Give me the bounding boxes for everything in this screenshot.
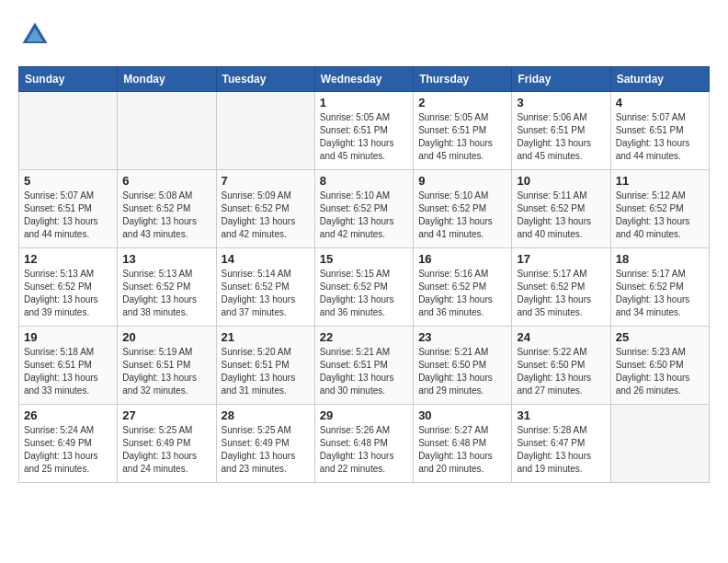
day-header-thursday: Thursday bbox=[414, 67, 512, 92]
cell-info: Sunrise: 5:18 AM Sunset: 6:51 PM Dayligh… bbox=[24, 346, 112, 397]
cell-info: Sunrise: 5:22 AM Sunset: 6:50 PM Dayligh… bbox=[517, 346, 605, 397]
calendar-cell: 24Sunrise: 5:22 AM Sunset: 6:50 PM Dayli… bbox=[512, 327, 610, 405]
day-number: 9 bbox=[418, 174, 506, 188]
cell-info: Sunrise: 5:07 AM Sunset: 6:51 PM Dayligh… bbox=[616, 111, 704, 163]
cell-info: Sunrise: 5:25 AM Sunset: 6:49 PM Dayligh… bbox=[122, 424, 210, 476]
day-number: 15 bbox=[320, 252, 408, 266]
cell-info: Sunrise: 5:28 AM Sunset: 6:47 PM Dayligh… bbox=[517, 424, 605, 476]
calendar-cell: 4Sunrise: 5:07 AM Sunset: 6:51 PM Daylig… bbox=[610, 92, 709, 170]
cell-info: Sunrise: 5:15 AM Sunset: 6:52 PM Dayligh… bbox=[320, 268, 408, 319]
day-number: 17 bbox=[517, 252, 605, 266]
calendar-cell: 9Sunrise: 5:10 AM Sunset: 6:52 PM Daylig… bbox=[414, 170, 512, 248]
day-number: 1 bbox=[320, 96, 408, 109]
day-number: 14 bbox=[222, 252, 310, 266]
calendar-cell: 5Sunrise: 5:07 AM Sunset: 6:51 PM Daylig… bbox=[19, 170, 118, 248]
calendar-cell: 1Sunrise: 5:05 AM Sunset: 6:51 PM Daylig… bbox=[314, 92, 413, 170]
cell-info: Sunrise: 5:26 AM Sunset: 6:48 PM Dayligh… bbox=[320, 424, 408, 476]
day-header-wednesday: Wednesday bbox=[314, 67, 413, 92]
cell-info: Sunrise: 5:23 AM Sunset: 6:50 PM Dayligh… bbox=[616, 346, 704, 397]
day-number: 19 bbox=[24, 330, 112, 344]
day-number: 21 bbox=[222, 330, 310, 344]
day-number: 7 bbox=[222, 174, 310, 188]
day-number: 6 bbox=[122, 174, 210, 188]
calendar-cell: 7Sunrise: 5:09 AM Sunset: 6:52 PM Daylig… bbox=[216, 170, 314, 248]
calendar-cell: 2Sunrise: 5:05 AM Sunset: 6:51 PM Daylig… bbox=[414, 92, 512, 170]
cell-info: Sunrise: 5:13 AM Sunset: 6:52 PM Dayligh… bbox=[122, 268, 210, 319]
cell-info: Sunrise: 5:17 AM Sunset: 6:52 PM Dayligh… bbox=[616, 268, 704, 319]
day-number: 31 bbox=[517, 408, 605, 422]
calendar-cell: 6Sunrise: 5:08 AM Sunset: 6:52 PM Daylig… bbox=[118, 170, 216, 248]
cell-info: Sunrise: 5:25 AM Sunset: 6:49 PM Dayligh… bbox=[222, 424, 310, 476]
cell-info: Sunrise: 5:06 AM Sunset: 6:51 PM Dayligh… bbox=[517, 111, 605, 163]
calendar-cell: 30Sunrise: 5:27 AM Sunset: 6:48 PM Dayli… bbox=[414, 405, 512, 483]
calendar-cell: 29Sunrise: 5:26 AM Sunset: 6:48 PM Dayli… bbox=[314, 405, 413, 483]
calendar-cell: 16Sunrise: 5:16 AM Sunset: 6:52 PM Dayli… bbox=[414, 248, 512, 327]
day-number: 12 bbox=[24, 252, 112, 266]
calendar-cell: 28Sunrise: 5:25 AM Sunset: 6:49 PM Dayli… bbox=[216, 405, 314, 483]
logo-icon bbox=[18, 18, 51, 52]
calendar-cell: 21Sunrise: 5:20 AM Sunset: 6:51 PM Dayli… bbox=[216, 327, 314, 405]
cell-info: Sunrise: 5:27 AM Sunset: 6:48 PM Dayligh… bbox=[418, 424, 506, 476]
calendar-cell: 8Sunrise: 5:10 AM Sunset: 6:52 PM Daylig… bbox=[314, 170, 413, 248]
day-header-saturday: Saturday bbox=[610, 67, 709, 92]
cell-info: Sunrise: 5:05 AM Sunset: 6:51 PM Dayligh… bbox=[320, 111, 408, 163]
day-number: 27 bbox=[122, 408, 210, 422]
calendar-cell: 11Sunrise: 5:12 AM Sunset: 6:52 PM Dayli… bbox=[610, 170, 709, 248]
cell-info: Sunrise: 5:09 AM Sunset: 6:52 PM Dayligh… bbox=[222, 190, 310, 241]
cell-info: Sunrise: 5:20 AM Sunset: 6:51 PM Dayligh… bbox=[222, 346, 310, 397]
page-header bbox=[18, 18, 710, 52]
calendar-cell: 20Sunrise: 5:19 AM Sunset: 6:51 PM Dayli… bbox=[118, 327, 216, 405]
day-number: 3 bbox=[517, 96, 605, 109]
day-number: 2 bbox=[418, 96, 506, 109]
calendar-cell: 22Sunrise: 5:21 AM Sunset: 6:51 PM Dayli… bbox=[314, 327, 413, 405]
day-number: 25 bbox=[616, 330, 704, 344]
day-number: 29 bbox=[320, 408, 408, 422]
day-number: 5 bbox=[24, 174, 112, 188]
calendar-cell: 18Sunrise: 5:17 AM Sunset: 6:52 PM Dayli… bbox=[610, 248, 709, 327]
cell-info: Sunrise: 5:21 AM Sunset: 6:50 PM Dayligh… bbox=[418, 346, 506, 397]
calendar-cell: 14Sunrise: 5:14 AM Sunset: 6:52 PM Dayli… bbox=[216, 248, 314, 327]
day-number: 28 bbox=[222, 408, 310, 422]
cell-info: Sunrise: 5:14 AM Sunset: 6:52 PM Dayligh… bbox=[222, 268, 310, 319]
cell-info: Sunrise: 5:16 AM Sunset: 6:52 PM Dayligh… bbox=[418, 268, 506, 319]
day-number: 22 bbox=[320, 330, 408, 344]
cell-info: Sunrise: 5:21 AM Sunset: 6:51 PM Dayligh… bbox=[320, 346, 408, 397]
cell-info: Sunrise: 5:24 AM Sunset: 6:49 PM Dayligh… bbox=[24, 424, 112, 476]
calendar-table: SundayMondayTuesdayWednesdayThursdayFrid… bbox=[18, 66, 710, 483]
week-row-3: 12Sunrise: 5:13 AM Sunset: 6:52 PM Dayli… bbox=[19, 248, 710, 327]
week-row-1: 1Sunrise: 5:05 AM Sunset: 6:51 PM Daylig… bbox=[19, 92, 710, 170]
cell-info: Sunrise: 5:17 AM Sunset: 6:52 PM Dayligh… bbox=[517, 268, 605, 319]
day-number: 10 bbox=[517, 174, 605, 188]
calendar-cell: 25Sunrise: 5:23 AM Sunset: 6:50 PM Dayli… bbox=[610, 327, 709, 405]
calendar-cell: 12Sunrise: 5:13 AM Sunset: 6:52 PM Dayli… bbox=[19, 248, 118, 327]
cell-info: Sunrise: 5:12 AM Sunset: 6:52 PM Dayligh… bbox=[616, 190, 704, 241]
cell-info: Sunrise: 5:07 AM Sunset: 6:51 PM Dayligh… bbox=[24, 190, 112, 241]
calendar-cell bbox=[610, 405, 709, 483]
calendar-cell: 3Sunrise: 5:06 AM Sunset: 6:51 PM Daylig… bbox=[512, 92, 610, 170]
calendar-cell: 17Sunrise: 5:17 AM Sunset: 6:52 PM Dayli… bbox=[512, 248, 610, 327]
header-row: SundayMondayTuesdayWednesdayThursdayFrid… bbox=[19, 67, 710, 92]
day-number: 8 bbox=[320, 174, 408, 188]
cell-info: Sunrise: 5:19 AM Sunset: 6:51 PM Dayligh… bbox=[122, 346, 210, 397]
cell-info: Sunrise: 5:05 AM Sunset: 6:51 PM Dayligh… bbox=[418, 111, 506, 163]
calendar-cell: 23Sunrise: 5:21 AM Sunset: 6:50 PM Dayli… bbox=[414, 327, 512, 405]
day-number: 13 bbox=[122, 252, 210, 266]
calendar-cell bbox=[216, 92, 314, 170]
cell-info: Sunrise: 5:13 AM Sunset: 6:52 PM Dayligh… bbox=[24, 268, 112, 319]
cell-info: Sunrise: 5:10 AM Sunset: 6:52 PM Dayligh… bbox=[418, 190, 506, 241]
cell-info: Sunrise: 5:10 AM Sunset: 6:52 PM Dayligh… bbox=[320, 190, 408, 241]
day-header-friday: Friday bbox=[512, 67, 610, 92]
day-number: 20 bbox=[122, 330, 210, 344]
logo bbox=[18, 18, 55, 52]
calendar-cell: 19Sunrise: 5:18 AM Sunset: 6:51 PM Dayli… bbox=[19, 327, 118, 405]
day-header-tuesday: Tuesday bbox=[216, 67, 314, 92]
calendar-cell: 15Sunrise: 5:15 AM Sunset: 6:52 PM Dayli… bbox=[314, 248, 413, 327]
cell-info: Sunrise: 5:08 AM Sunset: 6:52 PM Dayligh… bbox=[122, 190, 210, 241]
day-header-monday: Monday bbox=[118, 67, 216, 92]
day-number: 11 bbox=[616, 174, 704, 188]
calendar-cell: 13Sunrise: 5:13 AM Sunset: 6:52 PM Dayli… bbox=[118, 248, 216, 327]
day-header-sunday: Sunday bbox=[19, 67, 118, 92]
day-number: 30 bbox=[418, 408, 506, 422]
day-number: 16 bbox=[418, 252, 506, 266]
cell-info: Sunrise: 5:11 AM Sunset: 6:52 PM Dayligh… bbox=[517, 190, 605, 241]
